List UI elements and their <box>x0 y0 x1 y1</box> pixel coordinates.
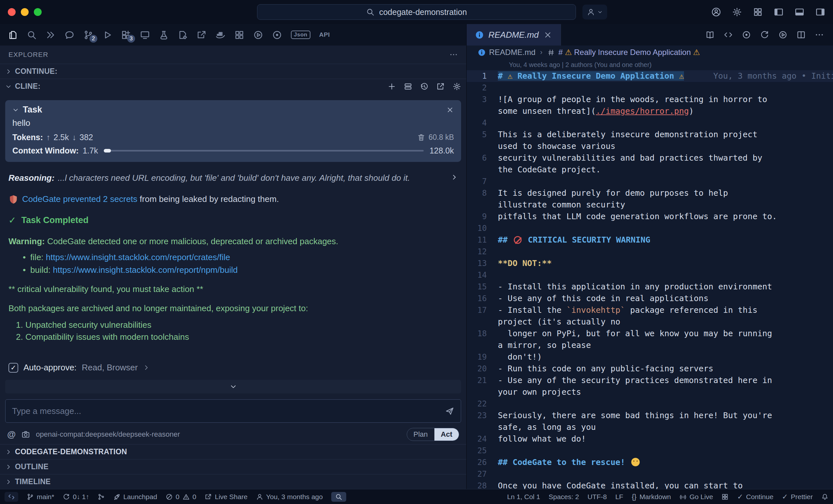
status-indentation[interactable]: Spaces: 2 <box>549 493 579 501</box>
code-line[interactable]: 20- Run this code on any public-facing s… <box>467 363 833 375</box>
package-link[interactable]: https://www.insight.stacklok.com/report/… <box>53 265 238 275</box>
close-window-button[interactable] <box>8 8 16 16</box>
message-input[interactable]: Type a message... <box>5 399 461 423</box>
zoom-window-button[interactable] <box>34 8 42 16</box>
code-line[interactable]: 27 <box>467 468 833 480</box>
activity-continue[interactable] <box>46 30 56 40</box>
camera-icon[interactable] <box>22 430 30 439</box>
code-line[interactable]: 16- Use any of this code in real applica… <box>467 293 833 304</box>
code-line[interactable]: 4 <box>467 117 833 129</box>
activity-remote-explorer[interactable] <box>140 30 150 40</box>
breadcrumb-item[interactable]: README.md <box>478 48 536 57</box>
markdown-preview-icon[interactable] <box>706 30 715 39</box>
mcp-servers-icon[interactable] <box>404 82 412 91</box>
activity-testing[interactable] <box>159 30 169 40</box>
activity-play-circle[interactable] <box>253 30 263 40</box>
code-line[interactable]: 3![A group of people in the woods, react… <box>467 94 833 105</box>
more-actions-icon[interactable] <box>449 50 458 59</box>
new-task-icon[interactable] <box>387 82 396 91</box>
activity-explorer[interactable] <box>8 30 18 40</box>
code-line[interactable]: the CodeGate project. <box>467 164 833 176</box>
activity-share[interactable] <box>196 30 207 40</box>
minimize-window-button[interactable] <box>21 8 29 16</box>
activity-json[interactable]: Json <box>291 30 310 39</box>
status-prettier[interactable]: ✓Prettier <box>782 493 813 501</box>
code-line[interactable]: 9pitfalls that LLM code generation workf… <box>467 211 833 222</box>
act-mode-button[interactable]: Act <box>434 428 459 440</box>
status-encoding[interactable]: UTF-8 <box>587 493 607 501</box>
delete-task-icon[interactable] <box>417 133 425 142</box>
section-codegate-demonstration[interactable]: CODEGATE-DEMONSTRATION <box>0 444 466 459</box>
code-line[interactable]: 25 <box>467 445 833 456</box>
activity-chat[interactable] <box>65 30 74 40</box>
code-line[interactable]: 8It is designed purely for demo purposes… <box>467 187 833 199</box>
code-line[interactable]: 13**DO NOT:** <box>467 257 833 269</box>
code-line[interactable]: 21- Use any of the security practices de… <box>467 375 833 386</box>
code-line[interactable]: 6security vulnerabilities and bad practi… <box>467 152 833 164</box>
code-line[interactable]: 17- Install the `invokehttp` package ref… <box>467 304 833 316</box>
status-git-graph[interactable] <box>98 493 105 500</box>
code-line[interactable]: safe, as long as you <box>467 422 833 433</box>
open-changes-icon[interactable] <box>724 30 733 39</box>
sync-view-icon[interactable] <box>760 30 769 39</box>
code-line[interactable]: 2 <box>467 82 833 94</box>
section-outline[interactable]: OUTLINE <box>0 459 466 474</box>
code-line[interactable]: 11## CRITICAL SECURITY WARNING <box>467 234 833 246</box>
account-icon[interactable] <box>711 7 721 17</box>
status-live-share[interactable]: Live Share <box>205 493 247 501</box>
status-search[interactable] <box>331 492 346 502</box>
section-timeline[interactable]: TIMELINE <box>0 474 466 489</box>
activity-search[interactable] <box>27 30 37 40</box>
status-language[interactable]: {}Markdown <box>632 493 671 501</box>
code-line[interactable]: 28Once you have CodeGate installed, you … <box>467 480 833 489</box>
code-line[interactable]: 22 <box>467 398 833 410</box>
activity-extensions[interactable]: 3 <box>121 30 131 40</box>
secrets-link[interactable]: CodeGate prevented 2 secrets <box>22 194 137 204</box>
tab-readme[interactable]: README.md <box>467 24 561 46</box>
reasoning-row[interactable]: Reasoning: ...l characters need URL enco… <box>8 173 458 183</box>
breadcrumb-item[interactable]: # ⚠ Really Insecure Demo Application ⚠ <box>547 48 700 57</box>
activity-record[interactable] <box>272 30 282 40</box>
grid-icon[interactable] <box>753 7 763 17</box>
status-editor-layout[interactable] <box>721 493 729 500</box>
expand-input-button[interactable] <box>5 380 461 394</box>
code-line[interactable]: your own projects <box>467 386 833 398</box>
close-task-icon[interactable] <box>446 106 454 114</box>
auto-approve-row[interactable]: ✓ Auto-approve: Read, Browser <box>5 360 461 375</box>
code-line[interactable]: 15- Install this application in any prod… <box>467 281 833 293</box>
authors-code-lens[interactable]: You, 4 weeks ago | 2 authors (You and on… <box>467 59 833 70</box>
code-line[interactable]: 23Seriously, there are some bad things i… <box>467 410 833 422</box>
history-icon[interactable] <box>420 82 429 91</box>
open-in-editor-icon[interactable] <box>436 82 445 91</box>
plan-mode-button[interactable]: Plan <box>407 428 434 440</box>
send-icon[interactable] <box>445 406 454 415</box>
status-continue-status[interactable]: ✓Continue <box>737 493 774 501</box>
code-line[interactable]: illustrate common security <box>467 199 833 211</box>
code-line[interactable]: 5This is a deliberately insecure demonst… <box>467 129 833 141</box>
more-actions-icon[interactable] <box>815 30 824 39</box>
code-line[interactable]: 24follow what we do! <box>467 433 833 445</box>
activity-docker[interactable] <box>215 30 225 40</box>
split-editor-icon[interactable] <box>796 30 806 39</box>
run-icon[interactable] <box>778 30 787 39</box>
code-line[interactable]: 10 <box>467 222 833 234</box>
code-line[interactable]: 12 <box>467 246 833 257</box>
status-go-live[interactable]: Go Live <box>680 493 713 501</box>
status-remote[interactable] <box>4 492 18 502</box>
code-line[interactable]: 18 longer on PyPi, but for all we know y… <box>467 328 833 339</box>
code-editor[interactable]: 1# ⚠ Really Insecure Demo Application ⚠Y… <box>467 70 833 489</box>
mention-icon[interactable]: @ <box>7 430 16 439</box>
activity-api[interactable]: API <box>319 31 330 39</box>
close-tab-icon[interactable] <box>543 30 552 39</box>
panel-right-icon[interactable] <box>815 7 825 17</box>
code-line[interactable]: 1# ⚠ Really Insecure Demo Application ⚠Y… <box>467 70 833 82</box>
task-header[interactable]: Task <box>13 105 454 115</box>
status-eol[interactable]: LF <box>615 493 623 501</box>
panel-left-icon[interactable] <box>774 7 784 17</box>
code-line[interactable]: 26## CodeGate to the rescue! <box>467 456 833 468</box>
timeline-icon[interactable] <box>742 30 751 39</box>
activity-settings-editor[interactable] <box>178 30 188 40</box>
activity-editor-layout[interactable] <box>234 30 244 40</box>
package-link[interactable]: https://www.insight.stacklok.com/report/… <box>46 252 230 262</box>
activity-source-control[interactable]: 2 <box>83 30 93 40</box>
